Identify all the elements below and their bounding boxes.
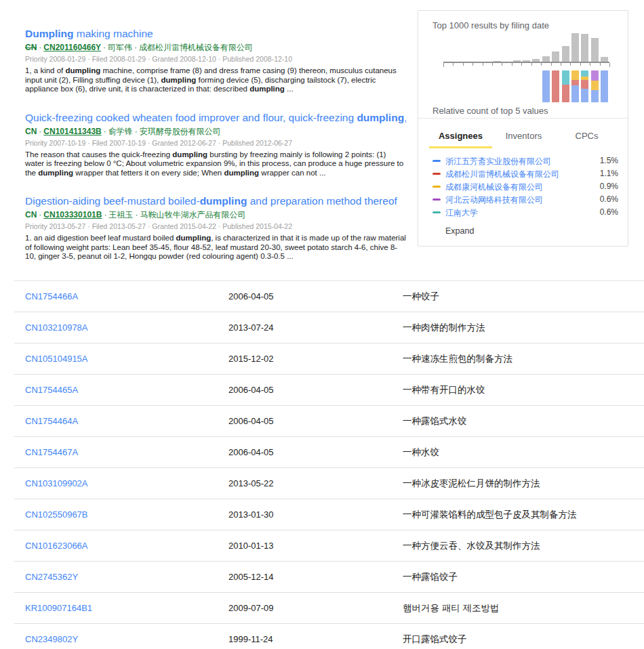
- table-row: KR100907164B1 2009-07-09 햄버거용 패티 제조방법: [14, 592, 644, 623]
- related-patents-table: CN1754466A 2006-04-05 一种饺子 CN103210978A …: [14, 280, 644, 649]
- axis-tick: [443, 63, 444, 67]
- composition-bar[interactable]: [581, 70, 588, 102]
- top-values-title: Relative count of top 5 values: [432, 106, 548, 116]
- result-abstract: The reason that causes the quick-freezin…: [25, 150, 406, 178]
- composition-segment-blue: [571, 85, 579, 102]
- table-row: CN2349802Y 1999-11-24 开口露馅式饺子: [14, 623, 644, 649]
- assignee-link[interactable]: 成都康河机械设备有限公司: [445, 182, 543, 193]
- composition-segment-blue: [591, 90, 599, 102]
- histogram-bar[interactable]: [552, 51, 559, 62]
- table-row: CN1754467A 2006-04-05 一种水饺: [14, 436, 644, 467]
- assignee-percent: 0.9%: [600, 182, 618, 191]
- histogram-bar[interactable]: [542, 56, 550, 62]
- histogram-bar[interactable]: [571, 33, 579, 62]
- search-result: Dumpling making machine CN·CN201160466Y·…: [25, 27, 406, 94]
- axis-tick: [453, 63, 454, 66]
- patent-date: 2013-01-30: [228, 509, 274, 520]
- composition-segment-blue: [581, 89, 588, 102]
- axis-tick: [531, 63, 532, 66]
- result-meta: CN·CN201160466Y·司军伟·成都松川雷博机械设备有限公司: [25, 42, 406, 53]
- patent-id-link[interactable]: CN2349802Y: [25, 634, 78, 644]
- table-row: CN103109902A 2013-05-22 一种冰皮枣泥松仁月饼的制作方法: [14, 467, 644, 499]
- patent-id-link[interactable]: CN1754466A: [25, 291, 78, 301]
- assignee-link[interactable]: 河北云动网络科技有限公司: [445, 194, 543, 206]
- composition-bar[interactable]: [552, 70, 559, 102]
- patent-date: 2013-07-24: [228, 322, 274, 333]
- assignee-link[interactable]: 成都松川雷博机械设备有限公司: [445, 169, 559, 180]
- country-status: CN: [25, 43, 37, 52]
- legend-dash-icon: [432, 160, 441, 162]
- composition-bar[interactable]: [571, 70, 579, 102]
- result-abstract: 1, a kind of dumpling machine, comprise …: [25, 66, 406, 94]
- assignee-link[interactable]: 江南大学: [445, 207, 478, 219]
- patent-number-link[interactable]: CN101411343B: [43, 127, 101, 136]
- histogram-bar[interactable]: [601, 57, 608, 62]
- patent-id-link[interactable]: CN105104915A: [25, 354, 88, 364]
- table-row: CN1754466A 2006-04-05 一种饺子: [14, 280, 644, 312]
- tab-assignees[interactable]: Assignees: [429, 126, 492, 148]
- patent-id-link[interactable]: CN103210978A: [25, 322, 88, 333]
- result-dates: Priority 2008-01-29 · Filed 2008-01-29 ·…: [25, 54, 406, 64]
- patent-title: 一种可灌装馅料的成型包子皮及其制备方法: [403, 509, 577, 521]
- table-row: CN103210978A 2013-07-24 一种肉饼的制作方法: [14, 312, 644, 343]
- histogram-bar[interactable]: [562, 46, 569, 62]
- result-title-link[interactable]: Digestion-aiding beef-mustard boiled-dum…: [25, 194, 406, 208]
- patent-number-link[interactable]: CN201160466Y: [43, 43, 101, 52]
- composition-segment-red: [552, 70, 559, 102]
- patent-number-link[interactable]: CN103330101B: [43, 210, 102, 219]
- result-dates: Priority 2013-05-27 · Filed 2013-05-27 ·…: [25, 222, 406, 231]
- table-row: CN105104915A 2015-12-02 一种速冻生煎包的制备方法: [14, 343, 644, 374]
- axis-tick: [609, 63, 610, 67]
- assignee-percent: 0.6%: [600, 194, 618, 204]
- country-status: CN: [25, 210, 37, 219]
- patent-title: 一种水饺: [403, 446, 439, 459]
- histogram-bar[interactable]: [591, 38, 599, 62]
- result-title-link[interactable]: Quick-freezing cooked wheaten food impro…: [25, 111, 406, 125]
- patent-id-link[interactable]: CN1754464A: [25, 416, 78, 426]
- patent-id-link[interactable]: CN1754465A: [25, 385, 78, 395]
- tab-inventors[interactable]: Inventors: [492, 126, 555, 148]
- results-stats-card: Top 1000 results by filing date Relative…: [418, 10, 628, 247]
- composition-bar[interactable]: [542, 70, 550, 102]
- patent-id-link[interactable]: CN2745362Y: [25, 572, 78, 582]
- patent-title: 一种带有开口的水饺: [403, 384, 485, 396]
- expand-button[interactable]: Expand: [445, 226, 474, 236]
- axis-tick: [502, 63, 502, 66]
- assignee-composition-strip[interactable]: [443, 70, 609, 102]
- table-row: CN101623066A 2010-01-13 一种方便云吞、水饺及其制作方法: [14, 530, 644, 561]
- assignee-name: 成都松川雷博机械设备有限公司: [139, 43, 253, 52]
- tab-cpcs[interactable]: CPCs: [555, 126, 618, 148]
- histogram-bar[interactable]: [581, 34, 588, 62]
- legend-dash-icon: [432, 186, 441, 188]
- filing-date-chart-title: Top 1000 results by filing date: [432, 20, 549, 30]
- composition-segment-purple: [591, 70, 599, 81]
- patent-date: 2006-04-05: [228, 416, 274, 426]
- composition-bar[interactable]: [562, 70, 569, 102]
- result-title-link[interactable]: Dumpling making machine: [25, 27, 406, 41]
- histogram-axis: [443, 62, 609, 63]
- composition-bar[interactable]: [591, 70, 599, 102]
- patent-title: 一种冰皮枣泥松仁月饼的制作方法: [403, 478, 540, 490]
- composition-bar[interactable]: [601, 70, 608, 102]
- top-value-row: 江南大学 0.6%: [418, 206, 628, 219]
- patent-date: 2006-04-05: [228, 385, 274, 395]
- assignee-percent: 1.5%: [600, 156, 618, 165]
- patent-id-link[interactable]: CN101623066A: [25, 541, 88, 551]
- patent-date: 2010-01-13: [228, 541, 274, 551]
- legend-dash-icon: [432, 198, 441, 201]
- patent-id-link[interactable]: CN102550967B: [25, 509, 88, 520]
- composition-segment-teal: [581, 70, 588, 77]
- search-result: Digestion-aiding beef-mustard boiled-dum…: [25, 194, 406, 261]
- top-value-row: 成都康河机械设备有限公司 0.9%: [418, 180, 628, 193]
- search-result: Quick-freezing cooked wheaten food impro…: [25, 111, 406, 178]
- assignee-percent: 0.6%: [600, 207, 618, 217]
- patent-title: 一种肉饼的制作方法: [403, 322, 485, 334]
- composition-segment-red: [562, 85, 569, 102]
- assignee-link[interactable]: 浙江五芳斋实业股份有限公司: [445, 156, 551, 167]
- filing-date-histogram[interactable]: [443, 33, 609, 62]
- patent-id-link[interactable]: CN1754467A: [25, 447, 78, 457]
- table-row: CN1754464A 2006-04-05 一种露馅式水饺: [14, 405, 644, 436]
- patent-id-link[interactable]: CN103109902A: [25, 478, 88, 488]
- patent-title: 一种方便云吞、水饺及其制作方法: [403, 540, 540, 552]
- patent-id-link[interactable]: KR100907164B1: [25, 603, 92, 613]
